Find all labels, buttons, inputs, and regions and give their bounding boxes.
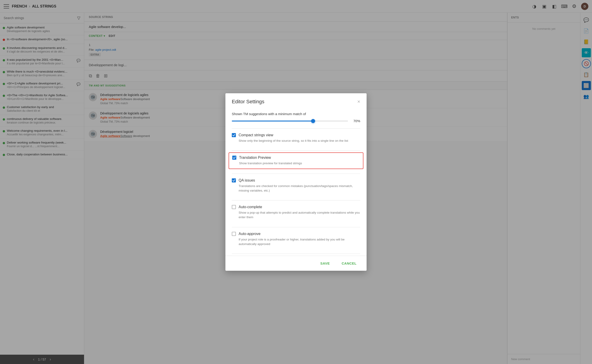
- modal-body: Shown TM suggestions with a minimum matc…: [226, 108, 366, 256]
- modal-close-button[interactable]: ×: [357, 99, 360, 104]
- divider: [232, 254, 360, 254]
- divider: [232, 150, 360, 151]
- setting-compact-strings: Compact strings view Show only the begin…: [232, 130, 360, 146]
- setting-auto-complete: Auto-complete Show a pop-up that attempt…: [232, 202, 360, 222]
- modal-footer: SAVE CANCEL: [226, 256, 366, 271]
- tm-slider-label: Shown TM suggestions with a minimum matc…: [232, 112, 360, 116]
- divider: [232, 128, 360, 129]
- divider: [232, 227, 360, 227]
- divider: [232, 174, 360, 174]
- compact-strings-label: Compact strings view: [239, 133, 273, 137]
- save-button[interactable]: SAVE: [317, 260, 333, 267]
- cancel-button[interactable]: CANCEL: [338, 260, 360, 267]
- tm-slider-track[interactable]: [232, 121, 348, 122]
- qa-issues-desc: Translations are checked for common mist…: [239, 184, 360, 193]
- compact-strings-desc: Show only the beginning of the source st…: [239, 139, 360, 143]
- qa-issues-checkbox[interactable]: [232, 178, 236, 182]
- auto-approve-desc: If your project role is a proofreader or…: [239, 237, 360, 247]
- tm-slider-value: 70%: [351, 119, 360, 123]
- auto-complete-desc: Show a pop-up that attempts to predict a…: [239, 210, 360, 220]
- modal-header: Editor Settings ×: [226, 93, 366, 108]
- auto-approve-label: Auto-approve: [239, 232, 260, 236]
- translation-preview-desc: Show translation preview for translated …: [239, 161, 360, 166]
- divider: [232, 200, 360, 201]
- compact-strings-checkbox[interactable]: [232, 133, 236, 137]
- tm-slider-section: Shown TM suggestions with a minimum matc…: [232, 112, 360, 123]
- auto-complete-checkbox[interactable]: [232, 205, 236, 209]
- setting-qa-issues: QA issues Translations are checked for c…: [232, 176, 360, 196]
- setting-auto-approve: Auto-approve If your project role is a p…: [232, 229, 360, 249]
- setting-translation-preview: Translation Preview Show translation pre…: [229, 152, 363, 169]
- auto-complete-label: Auto-complete: [239, 205, 262, 209]
- modal-title: Editor Settings: [232, 99, 264, 105]
- translation-preview-label: Translation Preview: [239, 156, 271, 160]
- translation-preview-checkbox[interactable]: [232, 156, 236, 160]
- slider-fill: [232, 121, 313, 122]
- modal-overlay: Editor Settings × Shown TM suggestions w…: [0, 0, 592, 364]
- slider-thumb[interactable]: [311, 119, 315, 123]
- editor-settings-modal: Editor Settings × Shown TM suggestions w…: [226, 93, 366, 271]
- auto-approve-checkbox[interactable]: [232, 232, 236, 236]
- qa-issues-label: QA issues: [239, 178, 255, 182]
